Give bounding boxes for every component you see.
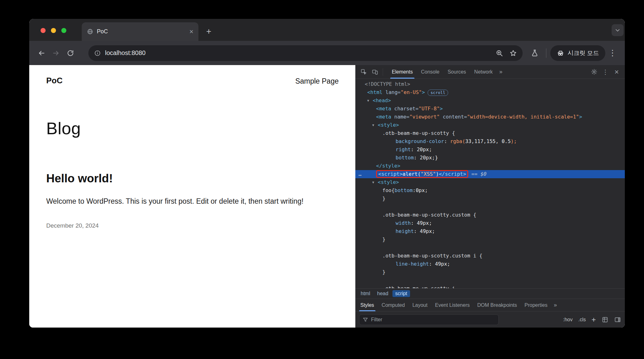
tree-line[interactable]: <meta name="viewport" content="width=dev… <box>355 113 625 121</box>
code-token: </style> <box>376 163 400 169</box>
devtools-tab-elements[interactable]: Elements <box>388 65 417 79</box>
xss-annotation-box: <script>alert("XSS")</script> <box>376 170 468 178</box>
devtools-menu-button[interactable]: ⋮ <box>600 66 611 78</box>
url-text[interactable]: localhost:8080 <box>105 49 496 57</box>
tree-line[interactable]: foo{bottom:0px; <box>355 186 625 195</box>
devtools-tab-sources[interactable]: Sources <box>443 65 470 79</box>
more-tabs-button[interactable]: » <box>497 69 505 75</box>
reload-icon <box>67 49 74 57</box>
code-token: : <box>414 228 420 234</box>
tree-line[interactable]: .otb-beam-me-up-scotty.custom i { <box>355 252 625 260</box>
breadcrumb-html[interactable]: html <box>358 290 373 297</box>
tree-line[interactable]: height: 49px; <box>355 227 625 235</box>
tree-line[interactable]: .otb-beam-me-up-scotty.custom { <box>355 211 625 219</box>
elements-tree: <!DOCTYPE html><html lang="en-US">scroll… <box>355 79 625 288</box>
bookmark-star-icon[interactable] <box>509 49 517 57</box>
new-tab-button[interactable]: + <box>203 26 214 37</box>
code-token: rgba( <box>450 138 465 144</box>
sidebar-tab-event-listeners[interactable]: Event Listeners <box>431 299 473 311</box>
devtools-settings-button[interactable] <box>588 66 600 78</box>
code-token: </script> <box>439 171 466 177</box>
tree-line[interactable]: ▾ <head> <box>355 97 625 105</box>
sidebar-more-tabs-button[interactable]: » <box>551 302 559 308</box>
sidebar-tab-bar: StylesComputedLayoutEvent ListenersDOM B… <box>355 299 625 311</box>
toolbar-divider <box>383 68 383 76</box>
tree-line[interactable]: ▾ <style> <box>355 121 625 129</box>
sidebar-tab-computed[interactable]: Computed <box>378 299 409 311</box>
site-info-icon[interactable] <box>94 50 101 57</box>
breadcrumb-script[interactable]: script <box>392 290 410 297</box>
toggle-classes-button[interactable]: .cls <box>578 317 586 323</box>
nav-link-sample-page[interactable]: Sample Page <box>295 77 339 86</box>
device-toolbar-button[interactable] <box>369 66 380 78</box>
tree-line[interactable]: right: 20px; <box>355 146 625 154</box>
post-title[interactable]: Hello world! <box>46 172 113 185</box>
tree-line[interactable]: line-height: 49px; <box>355 260 625 268</box>
sidebar-tab-properties[interactable]: Properties <box>521 299 551 311</box>
code-token: "UTF-8" <box>419 106 440 112</box>
code-token: : <box>444 138 450 144</box>
style-editor-icon[interactable] <box>602 316 608 323</box>
code-token: <head> <box>373 97 391 103</box>
zoom-icon[interactable] <box>496 49 503 57</box>
reload-button[interactable] <box>63 46 78 60</box>
tree-line[interactable]: background-color: rgba(33,117,155, 0.5); <box>355 137 625 146</box>
new-style-rule-button[interactable]: + <box>591 316 596 323</box>
sidebar-tab-dom-breakpoints[interactable]: DOM Breakpoints <box>474 299 521 311</box>
code-token: <style> <box>378 122 399 128</box>
sidebar-tab-layout[interactable]: Layout <box>408 299 431 311</box>
tab-search-button[interactable] <box>612 24 624 36</box>
web-page: PoC Sample Page Blog Hello world! Welcom… <box>29 65 355 328</box>
tree-line[interactable] <box>355 276 625 284</box>
browser-tab[interactable]: PoC × <box>82 22 198 41</box>
code-token: 33,117,155, 0.5 <box>465 138 511 144</box>
tree-line[interactable]: } <box>355 268 625 276</box>
close-window-button[interactable] <box>41 28 46 33</box>
browser-menu-button[interactable]: ⋮ <box>605 46 620 60</box>
code-token: "en-US" <box>401 89 422 95</box>
toggle-hover-state-button[interactable]: :hov <box>563 317 573 323</box>
forward-button[interactable] <box>49 46 63 60</box>
tab-strip: PoC × + <box>29 19 625 41</box>
devtools-tab-console[interactable]: Console <box>417 65 444 79</box>
scroll-badge[interactable]: scroll <box>428 90 448 96</box>
tree-line[interactable]: <html lang="en-US">scroll <box>355 88 625 97</box>
back-button[interactable] <box>34 46 49 60</box>
code-token: <meta <box>376 114 394 120</box>
tree-line[interactable]: <meta charset="UTF-8"> <box>355 105 625 113</box>
url-bar[interactable]: localhost:8080 <box>88 45 523 61</box>
devtools-close-button[interactable]: × <box>611 66 622 78</box>
tree-line[interactable]: } <box>355 235 625 244</box>
tree-line[interactable]: .otb-beam-me-up-scotty i <box>355 284 625 288</box>
code-token: "width=device-width, initial-scale=1" <box>467 114 579 120</box>
code-token: line-height <box>396 261 429 267</box>
minimize-window-button[interactable] <box>51 28 56 33</box>
breadcrumb-head[interactable]: head <box>374 290 391 297</box>
tree-line-selected[interactable]: …<script>alert("XSS")</script> == $0 <box>355 170 625 178</box>
tree-line[interactable]: .otb-beam-me-up-scotty { <box>355 129 625 137</box>
styles-filter-input[interactable] <box>371 317 495 323</box>
code-token: bottom <box>396 155 414 161</box>
labs-button[interactable] <box>528 46 542 60</box>
tree-line[interactable]: width: 49px; <box>355 219 625 227</box>
sidebar-toggle-icon[interactable] <box>614 316 621 323</box>
tree-line[interactable] <box>355 244 625 252</box>
tree-line[interactable]: </style> <box>355 162 625 170</box>
code-token: bottom <box>395 187 413 193</box>
devtools-tab-bar: ElementsConsoleSourcesNetwork <box>388 65 497 79</box>
site-title[interactable]: PoC <box>46 76 63 86</box>
devtools-tab-network[interactable]: Network <box>470 65 497 79</box>
close-tab-icon[interactable]: × <box>189 28 193 35</box>
tree-line[interactable]: <!DOCTYPE html> <box>355 80 625 88</box>
code-token: alert( <box>402 171 421 177</box>
inspect-element-button[interactable] <box>358 66 369 78</box>
tree-line[interactable]: bottom: 20px;} <box>355 154 625 162</box>
tree-line[interactable] <box>355 203 625 211</box>
code-token: = <box>464 114 467 120</box>
overflow-ellipsis-icon[interactable]: … <box>358 170 362 178</box>
code-token: = <box>397 89 401 95</box>
zoom-window-button[interactable] <box>61 28 66 33</box>
tree-line[interactable]: ▾ <style> <box>355 178 625 186</box>
tree-line[interactable]: } <box>355 195 625 203</box>
sidebar-tab-styles[interactable]: Styles <box>357 299 378 311</box>
